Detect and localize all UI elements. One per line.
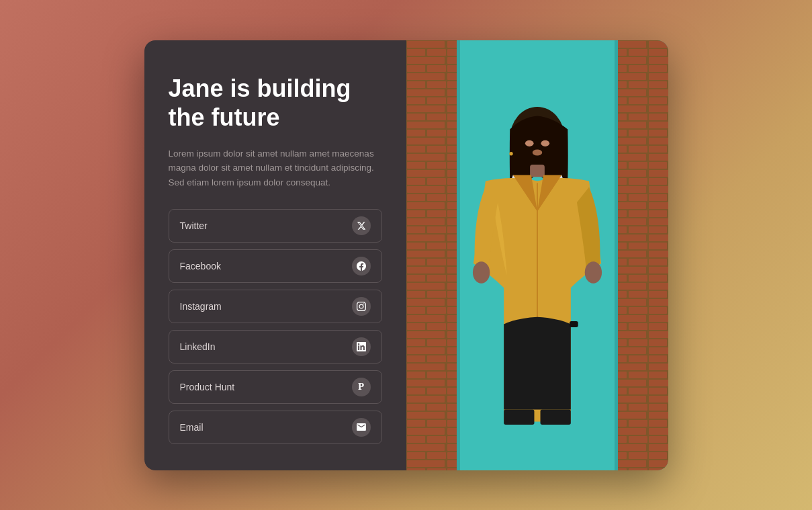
email-button[interactable]: Email <box>169 411 382 444</box>
svg-point-17 <box>525 140 533 146</box>
social-links-list: Twitter Facebook Instagram <box>169 209 382 444</box>
page-description: Lorem ipsum dolor sit amet nullam amet m… <box>169 146 382 190</box>
person-silhouette <box>406 81 668 470</box>
facebook-label: Facebook <box>180 261 221 271</box>
svg-point-19 <box>532 149 542 155</box>
producthunt-icon: P <box>352 378 371 396</box>
instagram-button[interactable]: Instagram <box>169 290 382 323</box>
producthunt-button[interactable]: Product Hunt P <box>169 370 382 404</box>
facebook-button[interactable]: Facebook <box>169 249 382 283</box>
profile-card: Jane is building the future Lorem ipsum … <box>144 40 668 470</box>
instagram-icon <box>352 297 371 316</box>
left-panel: Jane is building the future Lorem ipsum … <box>144 40 406 470</box>
twitter-icon <box>352 216 371 235</box>
linkedin-label: LinkedIn <box>180 341 216 352</box>
twitter-button[interactable]: Twitter <box>169 209 382 243</box>
svg-point-16 <box>584 261 601 284</box>
facebook-icon <box>352 257 371 275</box>
svg-rect-14 <box>570 321 578 327</box>
linkedin-button[interactable]: LinkedIn <box>169 330 382 364</box>
email-icon <box>352 418 371 437</box>
right-panel <box>406 40 668 470</box>
linkedin-icon <box>352 337 371 356</box>
svg-point-18 <box>541 140 549 146</box>
photo-background <box>406 40 668 470</box>
svg-rect-12 <box>504 409 534 425</box>
email-label: Email <box>180 422 204 433</box>
svg-point-20 <box>509 152 512 155</box>
page-title: Jane is building the future <box>169 74 382 132</box>
instagram-label: Instagram <box>180 301 222 312</box>
twitter-label: Twitter <box>180 220 208 231</box>
svg-rect-13 <box>540 409 570 425</box>
svg-rect-10 <box>530 165 545 177</box>
producthunt-label: Product Hunt <box>180 382 235 392</box>
svg-point-15 <box>472 261 489 284</box>
